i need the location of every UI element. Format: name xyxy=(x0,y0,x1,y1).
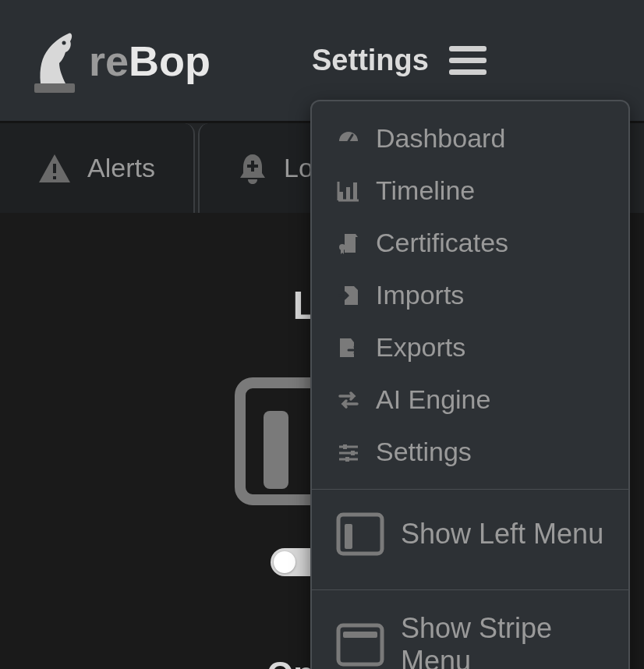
tab-alerts[interactable]: Alerts xyxy=(0,123,195,213)
knight-icon xyxy=(31,29,78,93)
svg-rect-18 xyxy=(351,451,355,455)
warning-icon xyxy=(37,153,72,184)
menu-item-ai-engine[interactable]: AI Engine xyxy=(312,373,628,426)
menu-item-label: Settings xyxy=(376,437,472,467)
menu-item-timeline[interactable]: Timeline xyxy=(312,165,628,217)
menu-item-label: Show Left Menu xyxy=(401,518,603,550)
dashboard-icon xyxy=(335,126,362,152)
certificate-icon xyxy=(335,230,362,257)
svg-rect-2 xyxy=(53,164,56,173)
settings-dropdown: Dashboard Timeline Certificates xyxy=(310,100,630,669)
menu-item-dashboard[interactable]: Dashboard xyxy=(312,101,628,165)
menu-item-label: AI Engine xyxy=(376,384,490,415)
menu-item-label: Exports xyxy=(376,332,465,363)
svg-rect-10 xyxy=(346,187,350,200)
svg-rect-16 xyxy=(343,444,347,449)
header-title: Settings xyxy=(312,44,429,77)
logo[interactable]: reBop xyxy=(31,29,211,93)
menu-item-label: Timeline xyxy=(376,175,475,206)
svg-rect-3 xyxy=(53,176,56,179)
hamburger-icon[interactable] xyxy=(449,46,487,75)
svg-rect-5 xyxy=(247,165,258,168)
import-icon xyxy=(335,282,362,309)
brand-name: reBop xyxy=(89,37,211,85)
swap-icon xyxy=(335,387,362,413)
header-right: Settings xyxy=(312,44,487,77)
tab-label: Alerts xyxy=(87,153,155,183)
menu-item-settings[interactable]: Settings xyxy=(312,426,628,478)
svg-rect-9 xyxy=(339,192,343,200)
menu-item-label: Imports xyxy=(376,280,464,310)
sliders-icon xyxy=(335,439,362,465)
svg-rect-0 xyxy=(34,83,75,93)
bell-plus-icon xyxy=(237,151,268,186)
menu-item-exports[interactable]: Exports xyxy=(312,321,628,373)
menu-item-imports[interactable]: Imports xyxy=(312,269,628,321)
left-panel-icon xyxy=(335,511,385,557)
svg-rect-22 xyxy=(345,524,352,549)
menu-item-show-left-menu[interactable]: Show Left Menu xyxy=(312,490,628,579)
menu-item-label: Show Stripe Menu xyxy=(401,612,605,669)
tab-label: Lo xyxy=(284,153,313,183)
export-icon xyxy=(335,334,362,361)
svg-point-1 xyxy=(62,41,66,44)
svg-point-14 xyxy=(339,244,345,250)
menu-item-label: Certificates xyxy=(376,228,508,258)
svg-rect-11 xyxy=(353,182,357,200)
menu-item-label: Dashboard xyxy=(376,123,505,154)
menu-item-show-stripe-menu[interactable]: Show Stripe Menu xyxy=(312,590,628,669)
timeline-icon xyxy=(335,178,362,204)
menu-item-certificates[interactable]: Certificates xyxy=(312,217,628,269)
svg-rect-7 xyxy=(264,411,288,489)
svg-rect-20 xyxy=(345,457,349,462)
svg-rect-24 xyxy=(343,632,377,638)
svg-rect-23 xyxy=(338,625,382,664)
stripe-panel-icon xyxy=(335,622,385,667)
